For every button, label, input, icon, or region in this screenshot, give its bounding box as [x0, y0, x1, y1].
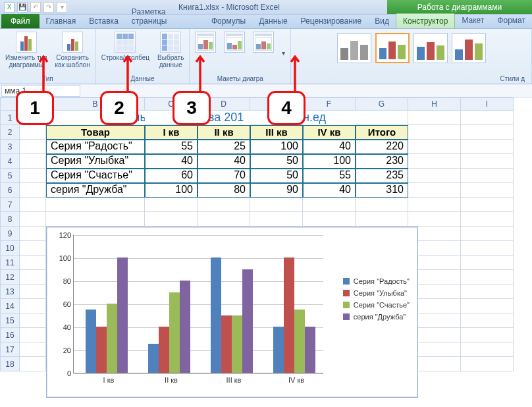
- cell[interactable]: II кв: [198, 125, 250, 140]
- chart-style-2[interactable]: [375, 33, 410, 63]
- legend-item[interactable]: серия "Дружба": [343, 313, 410, 321]
- col-header[interactable]: F: [303, 97, 356, 111]
- chart-style-3[interactable]: [413, 33, 448, 63]
- chart-bar[interactable]: [284, 258, 294, 373]
- cell[interactable]: Товар: [46, 125, 145, 140]
- chart-style-1[interactable]: [337, 33, 371, 63]
- cell[interactable]: [303, 212, 356, 227]
- cell[interactable]: 70: [198, 169, 250, 183]
- cell[interactable]: Итого: [356, 125, 408, 140]
- cell[interactable]: н.ед: [303, 111, 356, 125]
- chart-layout-1[interactable]: [192, 30, 219, 54]
- cell[interactable]: [408, 198, 461, 212]
- cell[interactable]: [356, 111, 408, 125]
- cell[interactable]: [461, 357, 514, 371]
- cell[interactable]: [461, 285, 514, 299]
- cell[interactable]: [250, 212, 303, 227]
- chart-bar-group[interactable]: [273, 258, 315, 373]
- chart-bar[interactable]: [107, 304, 117, 373]
- col-header[interactable]: G: [356, 97, 408, 111]
- legend-item[interactable]: Серия "Улыбка": [343, 289, 410, 297]
- row-header[interactable]: 13: [0, 285, 20, 299]
- cell[interactable]: 40: [198, 154, 250, 169]
- chart-bar-group[interactable]: [211, 258, 253, 373]
- redo-icon[interactable]: ↷: [43, 2, 54, 13]
- cell[interactable]: 230: [356, 154, 408, 169]
- cell[interactable]: [461, 198, 514, 212]
- cell[interactable]: [461, 241, 514, 256]
- cell[interactable]: [461, 313, 514, 328]
- cell[interactable]: 25: [198, 140, 250, 154]
- cell[interactable]: [461, 328, 514, 342]
- row-header[interactable]: 12: [0, 270, 20, 285]
- chart-bar[interactable]: [86, 310, 96, 373]
- cell[interactable]: 235: [356, 169, 408, 183]
- cell[interactable]: 100: [250, 140, 303, 154]
- row-header[interactable]: 16: [0, 328, 20, 342]
- cell[interactable]: [461, 169, 514, 183]
- chart-layout-2[interactable]: [221, 30, 248, 54]
- tab-formulas[interactable]: Формулы: [205, 14, 252, 28]
- cell[interactable]: Серия "Радость": [46, 140, 145, 154]
- cell[interactable]: 50: [250, 154, 303, 169]
- cell[interactable]: [20, 357, 46, 371]
- cell[interactable]: [20, 169, 46, 183]
- chart-bar[interactable]: [211, 258, 221, 373]
- cell[interactable]: [20, 328, 46, 342]
- chart-legend[interactable]: Серия "Радость"Серия "Улыбка"Серия "Счас…: [343, 273, 410, 325]
- cell[interactable]: [20, 198, 46, 212]
- cell[interactable]: 90: [250, 183, 303, 198]
- cell[interactable]: [461, 125, 514, 140]
- chart-bar[interactable]: [242, 269, 253, 373]
- cell[interactable]: [20, 140, 46, 154]
- cell[interactable]: [461, 140, 514, 154]
- row-header[interactable]: 17: [0, 342, 20, 357]
- tab-design[interactable]: Конструктор: [396, 13, 455, 28]
- cell[interactable]: [20, 154, 46, 169]
- chart-bar[interactable]: [294, 310, 305, 373]
- cell[interactable]: [408, 125, 461, 140]
- chart-bar-group[interactable]: [148, 281, 190, 373]
- cell[interactable]: [20, 342, 46, 357]
- row-header[interactable]: 14: [0, 299, 20, 313]
- cell[interactable]: [461, 270, 514, 285]
- chart-bar[interactable]: [273, 327, 284, 373]
- row-header[interactable]: 7: [0, 198, 20, 212]
- qat-dropdown-icon[interactable]: ▾: [57, 2, 67, 13]
- cell[interactable]: [461, 183, 514, 198]
- col-header[interactable]: I: [461, 97, 514, 111]
- cell[interactable]: [198, 198, 250, 212]
- row-header[interactable]: 4: [0, 154, 20, 169]
- cell[interactable]: [46, 198, 145, 212]
- row-header[interactable]: 15: [0, 313, 20, 328]
- cell[interactable]: [461, 256, 514, 270]
- cell[interactable]: [461, 111, 514, 125]
- cell[interactable]: [461, 212, 514, 227]
- cell[interactable]: [408, 111, 461, 125]
- tab-format[interactable]: Формат: [491, 13, 532, 28]
- cell[interactable]: 55: [303, 169, 356, 183]
- tab-layout[interactable]: Макет: [455, 13, 491, 28]
- cell[interactable]: [408, 169, 461, 183]
- cell[interactable]: [20, 241, 46, 256]
- cell[interactable]: [145, 198, 198, 212]
- cell[interactable]: [303, 198, 356, 212]
- chart-bar-group[interactable]: [86, 258, 128, 373]
- tab-file[interactable]: Файл: [1, 14, 40, 28]
- cell[interactable]: [20, 183, 46, 198]
- legend-item[interactable]: Серия "Счастье": [343, 301, 410, 309]
- chart-bar[interactable]: [117, 258, 128, 373]
- col-header[interactable]: H: [408, 97, 461, 111]
- row-header[interactable]: 2: [0, 125, 20, 140]
- cell[interactable]: 40: [303, 140, 356, 154]
- cell[interactable]: 100: [145, 183, 198, 198]
- cell[interactable]: [356, 212, 408, 227]
- row-header[interactable]: 6: [0, 183, 20, 198]
- cell[interactable]: серия "Дружба": [46, 183, 145, 198]
- chart-bar[interactable]: [169, 292, 180, 373]
- cell[interactable]: [145, 212, 198, 227]
- cell[interactable]: IV кв: [303, 125, 356, 140]
- cell[interactable]: [408, 183, 461, 198]
- row-header[interactable]: 11: [0, 256, 20, 270]
- cell[interactable]: 40: [303, 183, 356, 198]
